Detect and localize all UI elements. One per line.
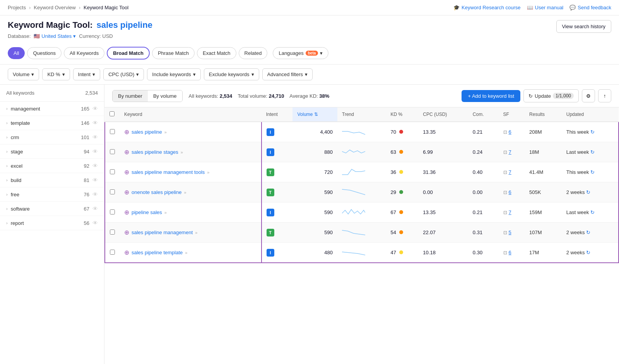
eye-icon[interactable]: 👁	[92, 206, 98, 212]
include-keywords-filter[interactable]: Include keywords ▾	[147, 68, 200, 80]
keyword-link[interactable]: onenote sales pipeline	[132, 189, 181, 195]
row-checkbox[interactable]	[110, 189, 115, 194]
expand-arrows-icon[interactable]: »	[185, 250, 187, 255]
nav-link-course[interactable]: 🎓 Keyword Research course	[453, 5, 520, 10]
expand-arrows-icon[interactable]: »	[207, 170, 209, 175]
sidebar-item-count: 94	[84, 149, 89, 155]
trend-cell	[337, 223, 386, 243]
add-keyword-icon[interactable]: ⊕	[124, 189, 129, 196]
refresh-icon[interactable]: ↻	[586, 250, 590, 255]
languages-button[interactable]: Languages beta ▾	[273, 47, 328, 59]
keyword-link[interactable]: sales pipeline management	[132, 230, 193, 235]
sf-number[interactable]: 5	[509, 230, 511, 235]
expand-arrows-icon[interactable]: »	[195, 230, 197, 235]
tab-all[interactable]: All	[8, 47, 25, 59]
keyword-link[interactable]: sales pipeline	[132, 129, 162, 135]
eye-icon[interactable]: 👁	[92, 134, 98, 140]
nav-link-feedback[interactable]: 💬 Send feedback	[569, 5, 611, 10]
breadcrumb-projects[interactable]: Projects	[8, 5, 26, 10]
settings-button[interactable]: ⚙	[582, 89, 595, 102]
updated-text: 2 weeks	[566, 230, 585, 235]
eye-icon[interactable]: 👁	[92, 148, 98, 155]
add-keyword-icon[interactable]: ⊕	[124, 128, 129, 136]
eye-icon[interactable]: 👁	[92, 220, 98, 226]
exclude-keywords-filter[interactable]: Exclude keywords ▾	[204, 68, 259, 80]
row-checkbox[interactable]	[110, 250, 115, 255]
sidebar-item-template[interactable]: › template 146 👁	[0, 116, 104, 130]
keyword-link[interactable]: pipeline sales	[132, 209, 162, 215]
tab-related[interactable]: Related	[239, 47, 268, 59]
tab-all-keywords[interactable]: All Keywords	[64, 47, 104, 59]
sidebar-item-management[interactable]: › management 165 👁	[0, 102, 104, 116]
view-history-button[interactable]: View search history	[556, 20, 611, 33]
eye-icon[interactable]: 👁	[92, 105, 98, 112]
sidebar-item-stage[interactable]: › stage 94 👁	[0, 145, 104, 159]
cpc-filter[interactable]: CPC (USD) ▾	[103, 68, 144, 80]
sidebar-item-label: excel	[11, 163, 22, 169]
refresh-icon[interactable]: ↻	[590, 129, 595, 135]
refresh-icon[interactable]: ↻	[590, 169, 595, 175]
sidebar-item-excel[interactable]: › excel 92 👁	[0, 159, 104, 173]
eye-icon[interactable]: 👁	[92, 191, 98, 197]
expand-arrows-icon[interactable]: »	[184, 190, 186, 195]
keyword-link[interactable]: sales pipeline stages	[132, 149, 178, 155]
row-checkbox[interactable]	[110, 149, 115, 154]
export-button[interactable]: ↑	[598, 89, 611, 102]
add-to-keyword-list-button[interactable]: + Add to keyword list	[462, 90, 520, 102]
sf-number[interactable]: 6	[509, 129, 511, 135]
refresh-icon[interactable]: ↻	[590, 209, 595, 215]
keyword-link[interactable]: sales pipeline template	[132, 250, 183, 255]
tab-questions[interactable]: Questions	[27, 47, 62, 59]
expand-arrows-icon[interactable]: »	[164, 130, 167, 134]
add-keyword-icon[interactable]: ⊕	[124, 209, 129, 216]
add-keyword-icon[interactable]: ⊕	[124, 249, 129, 256]
sf-number[interactable]: 6	[509, 189, 511, 195]
add-keyword-icon[interactable]: ⊕	[124, 168, 129, 176]
expand-arrows-icon[interactable]: »	[164, 210, 167, 215]
header-top-right: 🎓 Keyword Research course 📖 User manual …	[453, 5, 611, 10]
refresh-icon[interactable]: ↻	[590, 149, 595, 155]
sf-number[interactable]: 6	[509, 250, 511, 255]
kd-value: 54	[391, 230, 396, 235]
updated-text: 2 weeks	[566, 250, 585, 255]
sort-by-number-button[interactable]: By number	[113, 90, 148, 102]
tab-broad-match[interactable]: Broad Match	[107, 47, 150, 60]
kd-filter[interactable]: KD % ▾	[42, 68, 70, 80]
nav-link-manual[interactable]: 📖 User manual	[527, 5, 564, 10]
intent-filter[interactable]: Intent ▾	[73, 68, 101, 80]
expand-arrows-icon[interactable]: »	[181, 150, 183, 155]
th-volume[interactable]: Volume ⇅	[292, 107, 337, 122]
sidebar-chevron: ›	[6, 163, 8, 168]
sf-number[interactable]: 7	[509, 169, 511, 175]
tab-phrase-match[interactable]: Phrase Match	[152, 47, 195, 59]
sort-by-volume-button[interactable]: By volume	[148, 90, 182, 102]
refresh-icon[interactable]: ↻	[586, 189, 590, 195]
refresh-icon[interactable]: ↻	[586, 230, 590, 235]
volume-cell: 880	[292, 142, 337, 162]
volume-filter[interactable]: Volume ▾	[8, 68, 39, 80]
row-checkbox[interactable]	[110, 209, 115, 214]
sidebar-item-build[interactable]: › build 81 👁	[0, 173, 104, 187]
eye-icon[interactable]: 👁	[92, 177, 98, 183]
sf-number[interactable]: 7	[509, 149, 511, 155]
database-selector[interactable]: 🇺🇸 United States ▾	[34, 33, 76, 39]
row-checkbox[interactable]	[110, 230, 115, 235]
sidebar-item-report[interactable]: › report 56 👁	[0, 216, 104, 230]
tab-exact-match[interactable]: Exact Match	[197, 47, 236, 59]
add-keyword-icon[interactable]: ⊕	[124, 148, 129, 156]
breadcrumb-keyword-overview[interactable]: Keyword Overview	[34, 5, 75, 10]
sidebar-item-free[interactable]: › free 76 👁	[0, 187, 104, 202]
select-all-checkbox[interactable]	[109, 111, 115, 116]
eye-icon[interactable]: 👁	[92, 120, 98, 126]
add-keyword-icon[interactable]: ⊕	[124, 229, 129, 236]
keyword-link[interactable]: sales pipeline management tools	[132, 169, 205, 175]
sidebar-item-software[interactable]: › software 67 👁	[0, 202, 104, 216]
sf-number[interactable]: 7	[509, 209, 511, 215]
row-checkbox-cell	[105, 202, 120, 223]
eye-icon[interactable]: 👁	[92, 163, 98, 169]
advanced-filters[interactable]: Advanced filters ▾	[262, 68, 313, 80]
row-checkbox[interactable]	[110, 129, 115, 134]
sidebar-item-crm[interactable]: › crm 101 👁	[0, 130, 104, 145]
update-button[interactable]: ↻ Update 1/1,000	[523, 89, 579, 102]
row-checkbox[interactable]	[110, 169, 115, 174]
